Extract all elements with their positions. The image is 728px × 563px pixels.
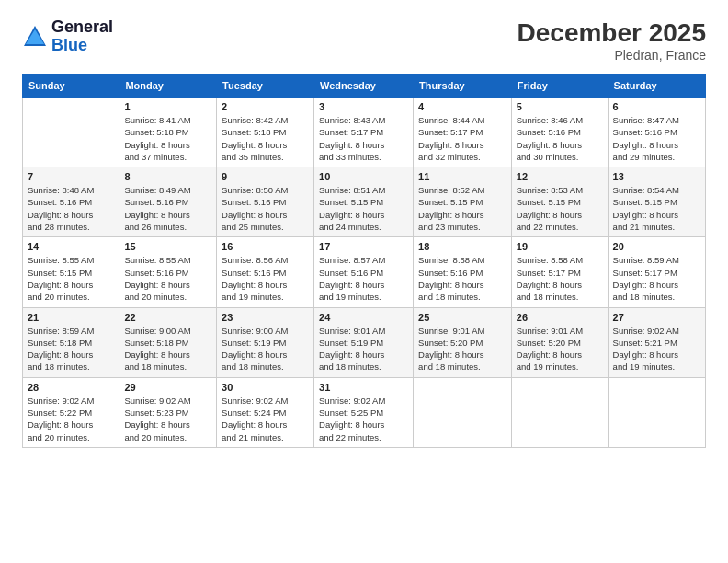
table-cell: 3Sunrise: 8:43 AM Sunset: 5:17 PM Daylig… — [314, 98, 414, 167]
table-cell: 28Sunrise: 9:02 AM Sunset: 5:22 PM Dayli… — [23, 377, 119, 447]
day-info: Sunrise: 8:41 AM Sunset: 5:18 PM Dayligh… — [124, 114, 211, 163]
day-info: Sunrise: 9:02 AM Sunset: 5:22 PM Dayligh… — [28, 395, 114, 443]
week-row-2: 7Sunrise: 8:48 AM Sunset: 5:16 PM Daylig… — [23, 167, 706, 237]
day-info: Sunrise: 9:01 AM Sunset: 5:19 PM Dayligh… — [319, 325, 408, 373]
day-number: 18 — [418, 241, 506, 252]
location: Pledran, France — [518, 48, 706, 63]
day-info: Sunrise: 8:59 AM Sunset: 5:18 PM Dayligh… — [28, 325, 114, 373]
table-cell: 25Sunrise: 9:01 AM Sunset: 5:20 PM Dayli… — [414, 307, 512, 377]
day-number: 25 — [418, 312, 506, 323]
day-info: Sunrise: 8:55 AM Sunset: 5:15 PM Dayligh… — [28, 254, 114, 303]
day-number: 31 — [319, 382, 408, 393]
day-number: 24 — [319, 312, 408, 323]
day-number: 1 — [124, 101, 211, 112]
page: General Blue December 2025 Pledran, Fran… — [0, 0, 728, 563]
day-info: Sunrise: 8:59 AM Sunset: 5:17 PM Dayligh… — [613, 254, 700, 303]
table-cell: 12Sunrise: 8:53 AM Sunset: 5:15 PM Dayli… — [511, 167, 608, 237]
day-info: Sunrise: 9:02 AM Sunset: 5:23 PM Dayligh… — [124, 395, 211, 443]
day-info: Sunrise: 8:57 AM Sunset: 5:16 PM Dayligh… — [319, 254, 408, 303]
table-cell: 4Sunrise: 8:44 AM Sunset: 5:17 PM Daylig… — [414, 98, 512, 167]
table-cell: 22Sunrise: 9:00 AM Sunset: 5:18 PM Dayli… — [119, 307, 217, 377]
day-number: 22 — [124, 312, 211, 323]
day-info: Sunrise: 8:46 AM Sunset: 5:16 PM Dayligh… — [517, 114, 603, 163]
day-info: Sunrise: 8:43 AM Sunset: 5:17 PM Dayligh… — [319, 114, 408, 163]
day-number: 27 — [613, 312, 700, 323]
logo-icon — [22, 24, 48, 50]
logo-text-line2: Blue — [51, 37, 113, 55]
header-saturday: Saturday — [608, 75, 705, 98]
table-cell — [414, 377, 512, 447]
day-number: 10 — [319, 171, 408, 182]
table-cell: 16Sunrise: 8:56 AM Sunset: 5:16 PM Dayli… — [217, 237, 314, 307]
day-number: 20 — [613, 241, 700, 252]
day-number: 17 — [319, 241, 408, 252]
calendar-header-row: Sunday Monday Tuesday Wednesday Thursday… — [23, 75, 706, 98]
table-cell: 20Sunrise: 8:59 AM Sunset: 5:17 PM Dayli… — [608, 237, 705, 307]
day-number: 21 — [28, 312, 114, 323]
day-number: 29 — [124, 382, 211, 393]
day-info: Sunrise: 8:56 AM Sunset: 5:16 PM Dayligh… — [222, 254, 309, 303]
table-cell: 31Sunrise: 9:02 AM Sunset: 5:25 PM Dayli… — [314, 377, 414, 447]
day-number: 28 — [28, 382, 114, 393]
table-cell — [608, 377, 705, 447]
day-info: Sunrise: 9:02 AM Sunset: 5:24 PM Dayligh… — [222, 395, 309, 443]
day-info: Sunrise: 8:51 AM Sunset: 5:15 PM Dayligh… — [319, 184, 408, 233]
day-info: Sunrise: 8:50 AM Sunset: 5:16 PM Dayligh… — [222, 184, 309, 233]
day-number: 11 — [418, 171, 506, 182]
day-info: Sunrise: 8:44 AM Sunset: 5:17 PM Dayligh… — [418, 114, 506, 163]
header-wednesday: Wednesday — [314, 75, 414, 98]
day-info: Sunrise: 8:54 AM Sunset: 5:15 PM Dayligh… — [613, 184, 700, 233]
title-block: December 2025 Pledran, France — [518, 18, 706, 63]
week-row-3: 14Sunrise: 8:55 AM Sunset: 5:15 PM Dayli… — [23, 237, 706, 307]
day-info: Sunrise: 8:53 AM Sunset: 5:15 PM Dayligh… — [517, 184, 603, 233]
table-cell: 18Sunrise: 8:58 AM Sunset: 5:16 PM Dayli… — [414, 237, 512, 307]
table-cell: 29Sunrise: 9:02 AM Sunset: 5:23 PM Dayli… — [119, 377, 217, 447]
header: General Blue December 2025 Pledran, Fran… — [22, 18, 706, 63]
day-info: Sunrise: 9:02 AM Sunset: 5:25 PM Dayligh… — [319, 395, 408, 443]
day-number: 6 — [613, 101, 700, 112]
table-cell: 10Sunrise: 8:51 AM Sunset: 5:15 PM Dayli… — [314, 167, 414, 237]
day-info: Sunrise: 8:42 AM Sunset: 5:18 PM Dayligh… — [222, 114, 309, 163]
calendar: Sunday Monday Tuesday Wednesday Thursday… — [22, 74, 706, 448]
logo: General Blue — [22, 18, 113, 55]
day-number: 19 — [517, 241, 603, 252]
day-number: 3 — [319, 101, 408, 112]
day-info: Sunrise: 9:01 AM Sunset: 5:20 PM Dayligh… — [517, 325, 603, 373]
day-info: Sunrise: 8:58 AM Sunset: 5:16 PM Dayligh… — [418, 254, 506, 303]
table-cell: 11Sunrise: 8:52 AM Sunset: 5:15 PM Dayli… — [414, 167, 512, 237]
day-number: 30 — [222, 382, 309, 393]
day-info: Sunrise: 8:55 AM Sunset: 5:16 PM Dayligh… — [124, 254, 211, 303]
table-cell — [511, 377, 608, 447]
table-cell: 24Sunrise: 9:01 AM Sunset: 5:19 PM Dayli… — [314, 307, 414, 377]
month-year: December 2025 — [518, 18, 706, 48]
logo-text-line1: General — [51, 18, 113, 37]
table-cell: 30Sunrise: 9:02 AM Sunset: 5:24 PM Dayli… — [217, 377, 314, 447]
table-cell: 5Sunrise: 8:46 AM Sunset: 5:16 PM Daylig… — [511, 98, 608, 167]
svg-marker-1 — [26, 29, 44, 44]
week-row-4: 21Sunrise: 8:59 AM Sunset: 5:18 PM Dayli… — [23, 307, 706, 377]
header-sunday: Sunday — [23, 75, 119, 98]
header-monday: Monday — [119, 75, 217, 98]
table-cell: 26Sunrise: 9:01 AM Sunset: 5:20 PM Dayli… — [511, 307, 608, 377]
table-cell: 13Sunrise: 8:54 AM Sunset: 5:15 PM Dayli… — [608, 167, 705, 237]
table-cell: 23Sunrise: 9:00 AM Sunset: 5:19 PM Dayli… — [217, 307, 314, 377]
day-info: Sunrise: 8:52 AM Sunset: 5:15 PM Dayligh… — [418, 184, 506, 233]
day-number: 14 — [28, 241, 114, 252]
header-thursday: Thursday — [414, 75, 512, 98]
table-cell — [23, 98, 119, 167]
day-number: 23 — [222, 312, 309, 323]
day-number: 13 — [613, 171, 700, 182]
table-cell: 9Sunrise: 8:50 AM Sunset: 5:16 PM Daylig… — [217, 167, 314, 237]
day-number: 4 — [418, 101, 506, 112]
day-number: 7 — [28, 171, 114, 182]
day-info: Sunrise: 9:00 AM Sunset: 5:19 PM Dayligh… — [222, 325, 309, 373]
week-row-1: 1Sunrise: 8:41 AM Sunset: 5:18 PM Daylig… — [23, 98, 706, 167]
day-info: Sunrise: 8:47 AM Sunset: 5:16 PM Dayligh… — [613, 114, 700, 163]
header-tuesday: Tuesday — [217, 75, 314, 98]
table-cell: 17Sunrise: 8:57 AM Sunset: 5:16 PM Dayli… — [314, 237, 414, 307]
day-number: 5 — [517, 101, 603, 112]
week-row-5: 28Sunrise: 9:02 AM Sunset: 5:22 PM Dayli… — [23, 377, 706, 447]
day-number: 8 — [124, 171, 211, 182]
day-info: Sunrise: 9:00 AM Sunset: 5:18 PM Dayligh… — [124, 325, 211, 373]
table-cell: 8Sunrise: 8:49 AM Sunset: 5:16 PM Daylig… — [119, 167, 217, 237]
